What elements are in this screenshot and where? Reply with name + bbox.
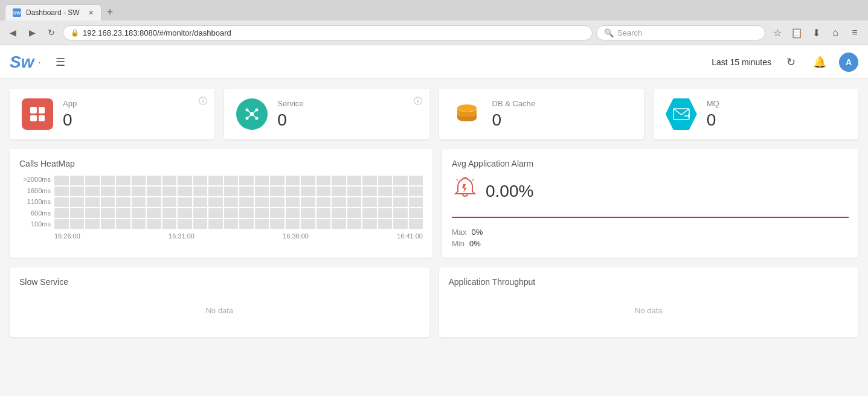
heatmap-cell <box>347 208 362 218</box>
heatmap-cell <box>54 176 69 185</box>
heatmap-cell <box>162 208 177 218</box>
heatmap-cell <box>162 187 177 196</box>
heatmap-cell <box>393 187 408 196</box>
heatmap-cell <box>70 219 85 229</box>
refresh-button[interactable]: ↻ <box>43 25 59 40</box>
main-content: ⓘ App 0 ⓘ <box>0 79 868 346</box>
alarm-bell-icon <box>452 176 478 207</box>
app-logo: Sw · <box>10 53 41 72</box>
hamburger-button[interactable]: ☰ <box>51 51 70 74</box>
heatmap-cell <box>178 176 192 185</box>
heatmap-cell <box>286 208 300 218</box>
heatmap-cell <box>54 187 69 196</box>
download-button[interactable]: ⬇ <box>808 24 825 41</box>
mq-summary-card[interactable]: MQ 0 <box>654 89 858 139</box>
heatmap-cell <box>85 176 100 185</box>
address-bar[interactable]: 🔒 192.168.23.183:8080/#/monitor/dashboar… <box>63 25 593 40</box>
heatmap-cell <box>116 219 130 229</box>
tab-close-button[interactable]: ✕ <box>88 9 94 17</box>
heatmap-cell <box>393 197 408 207</box>
heatmap-cell <box>208 208 223 218</box>
heatmap-cell <box>409 219 423 229</box>
heatmap-cell <box>85 208 100 218</box>
heatmap-card: Calls HeatMap >2000ms 1600ms 1100ms 600m… <box>10 149 432 258</box>
heatmap-container: >2000ms 1600ms 1100ms 600ms 100ms 16:26:… <box>19 176 423 240</box>
heatmap-cell <box>224 187 239 196</box>
heatmap-cell <box>193 208 208 218</box>
heatmap-cell <box>85 197 100 207</box>
user-avatar[interactable]: A <box>839 53 858 72</box>
alarm-chart-line <box>452 217 849 218</box>
db-icon-container <box>451 98 483 130</box>
db-summary-text: DB & Cache 0 <box>492 99 536 130</box>
heatmap-row-4 <box>54 219 423 229</box>
heatmap-row-1 <box>54 187 423 196</box>
heatmap-cell <box>132 176 146 185</box>
heatmap-cell <box>347 187 362 196</box>
alarm-max-label: Max <box>452 228 467 237</box>
browser-toolbar: ◀ ▶ ↻ 🔒 192.168.23.183:8080/#/monitor/da… <box>0 21 868 45</box>
heatmap-x-label-3: 16:36:00 <box>283 232 309 240</box>
reading-list-button[interactable]: 📋 <box>788 24 805 41</box>
service-summary-card[interactable]: ⓘ Service 0 <box>224 89 429 139</box>
mq-label: MQ <box>707 99 719 108</box>
mq-summary-text: MQ 0 <box>707 99 719 130</box>
heatmap-cell <box>332 187 346 196</box>
db-summary-card[interactable]: DB & Cache 0 <box>439 89 644 139</box>
heatmap-cell <box>101 208 115 218</box>
service-label: Service <box>277 99 303 108</box>
heatmap-cell <box>162 176 177 185</box>
search-input[interactable]: 🔍 Search <box>596 25 765 40</box>
app-count: 0 <box>63 110 77 130</box>
app-info-icon[interactable]: ⓘ <box>199 96 207 107</box>
heatmap-cell <box>332 208 346 218</box>
alarm-min-row: Min 0% <box>452 239 849 248</box>
service-info-icon[interactable]: ⓘ <box>414 96 422 107</box>
active-tab[interactable]: SW Dashboard - SW ✕ <box>5 4 101 21</box>
heatmap-grid <box>54 176 423 229</box>
heatmap-x-label-1: 16:26:00 <box>54 232 80 240</box>
heatmap-cell <box>362 208 377 218</box>
header-right: Last 15 minutes ↻ 🔔 A <box>712 53 858 72</box>
heatmap-cell <box>208 187 223 196</box>
alarm-max-value: 0% <box>472 228 483 237</box>
heatmap-cell <box>132 208 146 218</box>
new-tab-button[interactable]: + <box>101 4 118 21</box>
heatmap-cell <box>85 187 100 196</box>
heatmap-cell <box>239 187 254 196</box>
svg-line-14 <box>457 179 458 180</box>
heatmap-cell <box>255 176 269 185</box>
alarm-min-value: 0% <box>469 239 481 248</box>
heatmap-cell <box>378 208 393 218</box>
middle-panels-row: Calls HeatMap >2000ms 1600ms 1100ms 600m… <box>10 149 858 258</box>
forward-button[interactable]: ▶ <box>24 25 40 40</box>
heatmap-cell <box>116 197 130 207</box>
home-button[interactable]: ⌂ <box>827 24 844 41</box>
heatmap-cell <box>239 208 254 218</box>
menu-button[interactable]: ≡ <box>846 24 863 41</box>
heatmap-cell <box>178 208 192 218</box>
svg-line-8 <box>252 114 257 118</box>
heatmap-cell <box>193 176 208 185</box>
heatmap-cell <box>301 219 315 229</box>
heatmap-cell <box>208 219 223 229</box>
notification-bell-button[interactable]: 🔔 <box>810 53 829 72</box>
heatmap-row-2 <box>54 197 423 207</box>
heatmap-cell <box>286 176 300 185</box>
heatmap-x-label-2: 16:31:00 <box>169 232 194 240</box>
heatmap-cell <box>178 197 192 207</box>
heatmap-title: Calls HeatMap <box>19 159 423 168</box>
toolbar-icons: ☆ 📋 ⬇ ⌂ ≡ <box>769 24 863 41</box>
heatmap-cell <box>208 197 223 207</box>
slow-service-card: Slow Service No data <box>10 267 429 337</box>
heatmap-cell <box>347 176 362 185</box>
back-button[interactable]: ◀ <box>5 25 21 40</box>
app-summary-card[interactable]: ⓘ App 0 <box>10 89 214 139</box>
bookmark-star-button[interactable]: ☆ <box>769 24 786 41</box>
refresh-icon-button[interactable]: ↻ <box>781 53 800 72</box>
db-stack-icon <box>454 101 480 127</box>
heatmap-cell <box>317 219 331 229</box>
db-count: 0 <box>492 110 536 130</box>
heatmap-cell <box>101 187 115 196</box>
alarm-min-label: Min <box>452 239 465 248</box>
